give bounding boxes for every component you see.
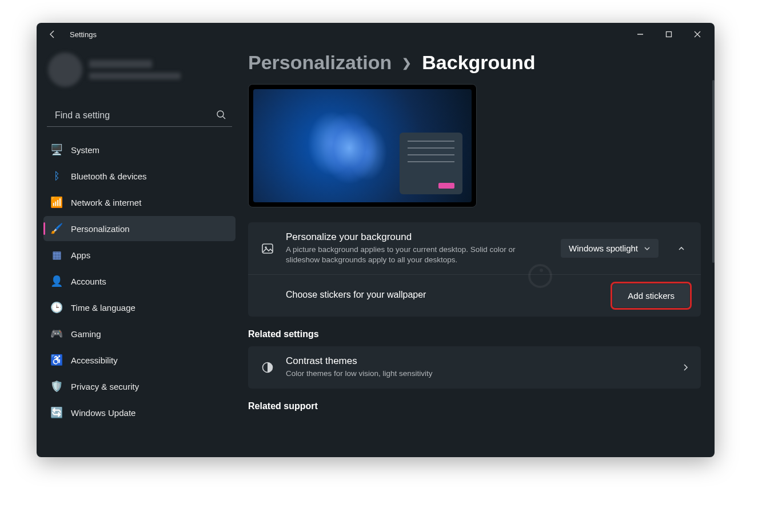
nav-icon: 🛡️ — [50, 380, 63, 393]
sidebar-item-time-language[interactable]: 🕒Time & language — [43, 295, 236, 320]
breadcrumb-root[interactable]: Personalization — [248, 51, 392, 74]
nav-icon: ᛒ — [50, 170, 63, 182]
add-stickers-button[interactable]: Add stickers — [613, 284, 689, 307]
titlebar: Settings — [37, 23, 715, 46]
personalize-card: Personalize your background A picture ba… — [248, 222, 701, 317]
sidebar-item-label: Gaming — [71, 329, 101, 339]
search-box[interactable] — [47, 104, 232, 127]
sidebar-item-label: Privacy & security — [71, 382, 139, 391]
personalize-desc: A picture background applies to your cur… — [286, 245, 550, 265]
sidebar-item-label: Windows Update — [71, 408, 135, 418]
sidebar-item-accounts[interactable]: 👤Accounts — [43, 269, 236, 294]
sidebar-item-system[interactable]: 🖥️System — [43, 137, 236, 162]
sidebar-item-label: Personalization — [71, 224, 130, 234]
settings-window: Settings 🖥️Systemᛒ — [37, 23, 715, 457]
personalize-row: Personalize your background A picture ba… — [248, 222, 701, 274]
profile-text — [89, 60, 181, 79]
preview-wallpaper — [253, 89, 472, 202]
stickers-row: Choose stickers for your wallpaper Add s… — [248, 274, 701, 317]
contrast-themes-link[interactable]: Contrast themes Color themes for low vis… — [248, 346, 701, 388]
main-content: Personalization ❯ Background — [242, 46, 715, 457]
nav-icon: 🕒 — [50, 301, 63, 314]
breadcrumb: Personalization ❯ Background — [248, 51, 701, 74]
sidebar-item-gaming[interactable]: 🎮Gaming — [43, 321, 236, 346]
sidebar-item-accessibility[interactable]: ♿Accessibility — [43, 347, 236, 373]
sidebar-item-label: Accessibility — [71, 355, 118, 365]
related-settings-heading: Related settings — [248, 329, 701, 339]
select-value: Windows spotlight — [569, 243, 638, 253]
minimize-icon — [637, 31, 644, 38]
related-support-heading: Related support — [248, 401, 701, 411]
search-input[interactable] — [47, 104, 232, 127]
chevron-right-icon — [681, 363, 689, 371]
sidebar-item-network-internet[interactable]: 📶Network & internet — [43, 190, 236, 215]
sidebar-item-bluetooth-devices[interactable]: ᛒBluetooth & devices — [43, 163, 236, 189]
svg-rect-1 — [667, 32, 672, 37]
contrast-icon — [260, 361, 276, 374]
window-title: Settings — [70, 30, 97, 39]
sidebar-item-apps[interactable]: ▦Apps — [43, 242, 236, 267]
sidebar-item-label: Apps — [71, 250, 90, 260]
svg-rect-4 — [262, 244, 273, 253]
chevron-right-icon: ❯ — [402, 56, 412, 70]
contrast-desc: Color themes for low vision, light sensi… — [286, 369, 671, 379]
nav-icon: 🖌️ — [50, 222, 63, 235]
svg-point-2 — [217, 111, 224, 117]
maximize-icon — [665, 31, 672, 38]
avatar — [48, 53, 82, 87]
minimize-button[interactable] — [628, 25, 653, 43]
background-type-select[interactable]: Windows spotlight — [561, 239, 659, 258]
sidebar-item-label: Network & internet — [71, 198, 141, 207]
sidebar-item-privacy-security[interactable]: 🛡️Privacy & security — [43, 374, 236, 399]
svg-line-3 — [223, 117, 225, 119]
chevron-up-icon — [677, 245, 685, 253]
sidebar-item-windows-update[interactable]: 🔄Windows Update — [43, 400, 236, 425]
sidebar-item-personalization[interactable]: 🖌️Personalization — [43, 216, 236, 241]
personalize-title: Personalize your background — [286, 231, 550, 243]
nav-icon: 📶 — [50, 196, 63, 209]
sidebar-item-label: Time & language — [71, 303, 135, 313]
sidebar-item-label: Bluetooth & devices — [71, 171, 147, 181]
nav-icon: 👤 — [50, 275, 63, 287]
contrast-title: Contrast themes — [286, 355, 671, 367]
nav-icon: ▦ — [50, 249, 63, 261]
scrollbar[interactable] — [712, 80, 715, 263]
nav-list: 🖥️SystemᛒBluetooth & devices📶Network & i… — [43, 137, 236, 425]
sidebar-item-label: Accounts — [71, 277, 106, 286]
nav-icon: 🔄 — [50, 406, 63, 419]
expand-toggle[interactable] — [673, 241, 689, 257]
background-preview — [248, 84, 477, 207]
nav-icon: ♿ — [50, 354, 63, 366]
related-settings-card: Contrast themes Color themes for low vis… — [248, 346, 701, 388]
back-button[interactable] — [45, 26, 61, 42]
nav-icon: 🖥️ — [50, 143, 63, 156]
account-profile[interactable] — [43, 46, 236, 91]
close-icon — [694, 31, 701, 38]
maximize-button[interactable] — [656, 25, 681, 43]
close-button[interactable] — [685, 25, 710, 43]
arrow-left-icon — [48, 30, 57, 39]
nav-icon: 🎮 — [50, 327, 63, 340]
preview-window-card — [400, 133, 462, 194]
sidebar: 🖥️SystemᛒBluetooth & devices📶Network & i… — [37, 46, 242, 457]
search-icon[interactable] — [216, 110, 226, 120]
sidebar-item-label: System — [71, 145, 99, 155]
picture-icon — [260, 242, 276, 255]
stickers-label: Choose stickers for your wallpaper — [286, 290, 603, 300]
chevron-down-icon — [644, 245, 651, 252]
breadcrumb-current: Background — [422, 51, 535, 74]
